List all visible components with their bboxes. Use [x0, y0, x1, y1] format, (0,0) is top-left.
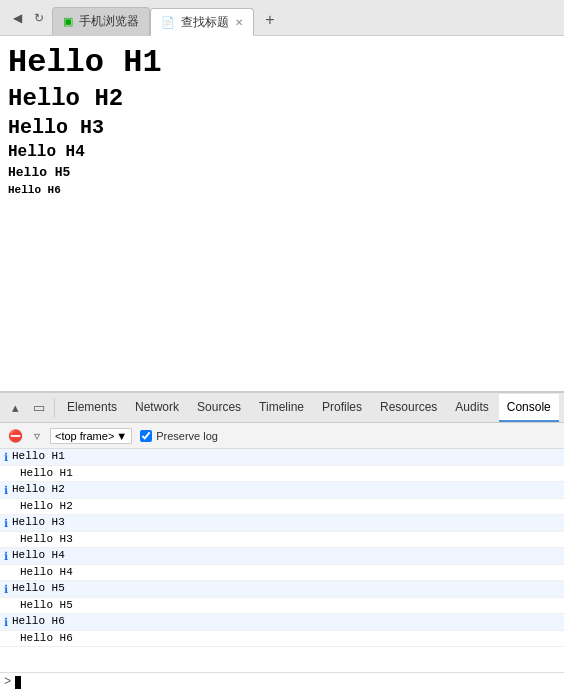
console-row: ℹHello H3	[0, 515, 564, 532]
tab-console[interactable]: Console	[499, 394, 559, 422]
frame-label: <top frame>	[55, 430, 114, 442]
console-text: Hello H2	[12, 483, 65, 495]
devtools-tab-bar: ▴ ▭ Elements Network Sources Timeline Pr…	[0, 393, 564, 423]
console-row: Hello H4	[0, 565, 564, 581]
tab-divider	[54, 398, 55, 418]
info-icon: ℹ	[4, 517, 8, 530]
heading-h5: Hello H5	[8, 165, 556, 180]
console-prompt-symbol: >	[4, 675, 11, 689]
console-text: Hello H5	[12, 582, 65, 594]
browser-chrome: ◀ ↻ ▣ 手机浏览器 📄 查找标题 ✕ +	[0, 0, 564, 36]
tabs-bar: ▣ 手机浏览器 📄 查找标题 ✕ +	[52, 0, 560, 35]
console-toolbar: ⛔ ▿ <top frame> ▼ Preserve log	[0, 423, 564, 449]
info-icon: ℹ	[4, 616, 8, 629]
info-icon: ℹ	[4, 451, 8, 464]
heading-h2: Hello H2	[8, 85, 556, 112]
heading-h6: Hello H6	[8, 184, 556, 196]
console-cursor	[15, 676, 21, 689]
console-row: ℹHello H1	[0, 449, 564, 466]
console-row: Hello H5	[0, 598, 564, 614]
tab-favicon-1: ▣	[63, 15, 73, 28]
mobile-emulation-button[interactable]: ▭	[28, 397, 50, 419]
console-text: Hello H4	[20, 566, 73, 578]
console-text: Hello H1	[20, 467, 73, 479]
preserve-log-area: Preserve log	[140, 430, 218, 442]
filter-button[interactable]: ▿	[28, 427, 46, 445]
info-icon: ℹ	[4, 484, 8, 497]
heading-h4: Hello H4	[8, 143, 556, 161]
console-text: Hello H3	[12, 516, 65, 528]
page-content: Hello H1 Hello H2 Hello H3 Hello H4 Hell…	[0, 36, 564, 391]
heading-h3: Hello H3	[8, 116, 556, 139]
close-tab-button[interactable]: ✕	[235, 17, 243, 28]
console-text: Hello H3	[20, 533, 73, 545]
console-text: Hello H6	[12, 615, 65, 627]
new-tab-button[interactable]: +	[258, 8, 282, 32]
tab-label-2: 查找标题	[181, 14, 229, 31]
tab-favicon-2: 📄	[161, 16, 175, 29]
console-row: ℹHello H5	[0, 581, 564, 598]
console-row: ℹHello H2	[0, 482, 564, 499]
preserve-log-checkbox[interactable]	[140, 430, 152, 442]
tab-network[interactable]: Network	[127, 394, 187, 422]
console-text: Hello H6	[20, 632, 73, 644]
tab-sources[interactable]: Sources	[189, 394, 249, 422]
console-row: Hello H6	[0, 631, 564, 647]
console-text: Hello H5	[20, 599, 73, 611]
tab-timeline[interactable]: Timeline	[251, 394, 312, 422]
info-icon: ℹ	[4, 550, 8, 563]
inspect-element-button[interactable]: ▴	[4, 397, 26, 419]
preserve-log-label: Preserve log	[156, 430, 218, 442]
console-input-row[interactable]: >	[0, 672, 564, 691]
tab-elements[interactable]: Elements	[59, 394, 125, 422]
console-row: ℹHello H6	[0, 614, 564, 631]
tab-audits[interactable]: Audits	[447, 394, 496, 422]
console-text: Hello H2	[20, 500, 73, 512]
console-row: Hello H3	[0, 532, 564, 548]
refresh-button[interactable]: ↻	[30, 9, 48, 27]
tab-profiles[interactable]: Profiles	[314, 394, 370, 422]
heading-h1: Hello H1	[8, 44, 556, 81]
nav-buttons: ◀ ↻	[4, 9, 52, 27]
console-text: Hello H4	[12, 549, 65, 561]
tab-resources[interactable]: Resources	[372, 394, 445, 422]
frame-dropdown-icon: ▼	[116, 430, 127, 442]
tab-mobile-browser[interactable]: ▣ 手机浏览器	[52, 7, 150, 35]
devtools-panel: ▴ ▭ Elements Network Sources Timeline Pr…	[0, 391, 564, 691]
clear-console-button[interactable]: ⛔	[6, 427, 24, 445]
console-row: ℹHello H4	[0, 548, 564, 565]
frame-selector[interactable]: <top frame> ▼	[50, 428, 132, 444]
info-icon: ℹ	[4, 583, 8, 596]
tab-find-title[interactable]: 📄 查找标题 ✕	[150, 8, 254, 36]
console-row: Hello H2	[0, 499, 564, 515]
console-row: Hello H1	[0, 466, 564, 482]
console-output: ℹHello H1Hello H1ℹHello H2Hello H2ℹHello…	[0, 449, 564, 672]
tab-label-1: 手机浏览器	[79, 13, 139, 30]
back-button[interactable]: ◀	[8, 9, 26, 27]
console-text: Hello H1	[12, 450, 65, 462]
